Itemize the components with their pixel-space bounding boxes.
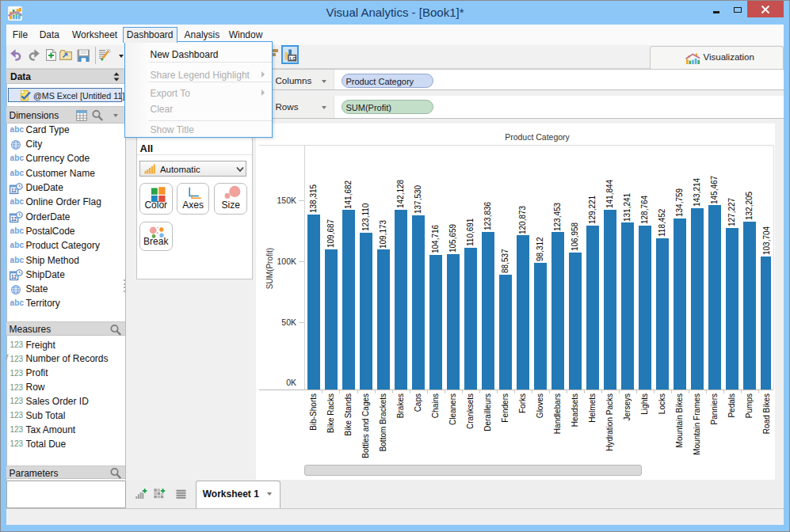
svg-text:12: 12 <box>11 188 17 193</box>
svg-text:LO: LO <box>290 56 297 61</box>
svg-text:12: 12 <box>11 216 17 222</box>
svg-text:12: 12 <box>11 274 17 279</box>
